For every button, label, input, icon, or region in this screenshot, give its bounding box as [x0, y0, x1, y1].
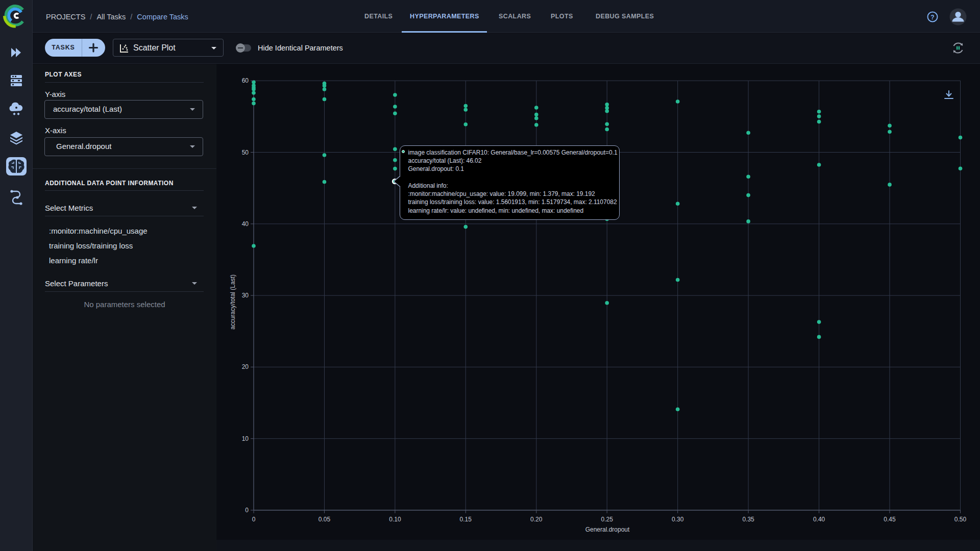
svg-text:10: 10	[242, 435, 249, 442]
svg-text:?: ?	[930, 14, 934, 21]
svg-text:0.20: 0.20	[530, 516, 543, 523]
svg-text:30: 30	[242, 292, 249, 299]
svg-text:0.05: 0.05	[318, 516, 331, 523]
svg-text:0.35: 0.35	[742, 516, 754, 523]
svg-text:0: 0	[245, 507, 249, 514]
svg-text:0.30: 0.30	[672, 516, 684, 523]
svg-text:0.25: 0.25	[601, 516, 614, 523]
svg-text:0.10: 0.10	[389, 516, 401, 523]
svg-text:accuracy/total (Last): accuracy/total (Last)	[229, 274, 236, 330]
svg-text:0.15: 0.15	[460, 516, 472, 523]
svg-text:60: 60	[242, 77, 249, 84]
svg-text:50: 50	[242, 149, 249, 156]
svg-text:General.dropout: General.dropout	[585, 526, 630, 533]
svg-text:40: 40	[242, 220, 249, 228]
svg-text:0: 0	[252, 516, 256, 523]
svg-text:0.45: 0.45	[884, 516, 896, 523]
svg-text:20: 20	[242, 363, 249, 370]
svg-text:0.50: 0.50	[954, 516, 967, 523]
svg-text:0.40: 0.40	[813, 516, 825, 523]
